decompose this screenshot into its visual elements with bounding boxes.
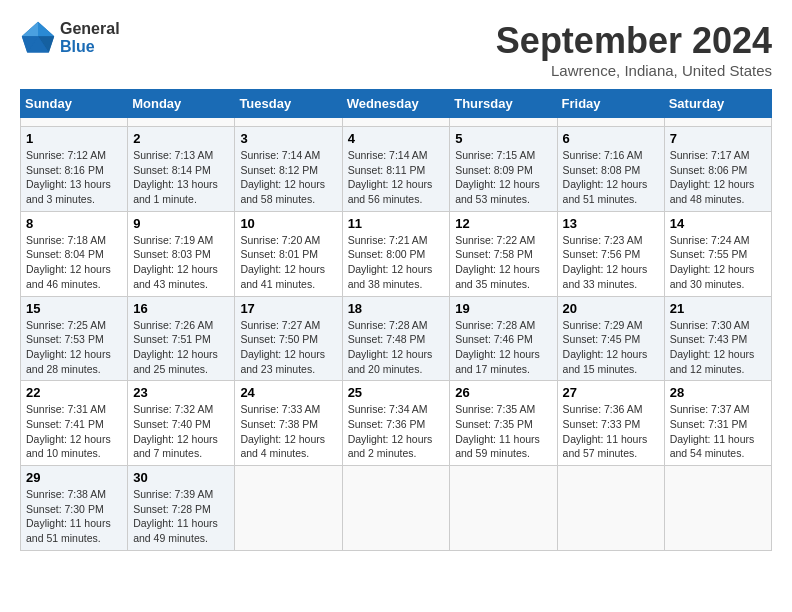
day-number: 10: [240, 216, 336, 231]
page-container: General Blue September 2024 Lawrence, In…: [20, 20, 772, 551]
day-info: Sunrise: 7:29 AMSunset: 7:45 PMDaylight:…: [563, 318, 659, 377]
calendar-cell: 22Sunrise: 7:31 AMSunset: 7:41 PMDayligh…: [21, 381, 128, 466]
week-row-5: 22Sunrise: 7:31 AMSunset: 7:41 PMDayligh…: [21, 381, 772, 466]
day-info: Sunrise: 7:24 AMSunset: 7:55 PMDaylight:…: [670, 233, 766, 292]
calendar-cell: 5Sunrise: 7:15 AMSunset: 8:09 PMDaylight…: [450, 127, 557, 212]
day-info: Sunrise: 7:20 AMSunset: 8:01 PMDaylight:…: [240, 233, 336, 292]
day-info: Sunrise: 7:30 AMSunset: 7:43 PMDaylight:…: [670, 318, 766, 377]
day-info: Sunrise: 7:33 AMSunset: 7:38 PMDaylight:…: [240, 402, 336, 461]
day-info: Sunrise: 7:12 AMSunset: 8:16 PMDaylight:…: [26, 148, 122, 207]
svg-marker-1: [38, 22, 54, 36]
day-info: Sunrise: 7:26 AMSunset: 7:51 PMDaylight:…: [133, 318, 229, 377]
calendar-cell: 3Sunrise: 7:14 AMSunset: 8:12 PMDaylight…: [235, 127, 342, 212]
day-number: 8: [26, 216, 122, 231]
day-info: Sunrise: 7:13 AMSunset: 8:14 PMDaylight:…: [133, 148, 229, 207]
calendar-cell: 28Sunrise: 7:37 AMSunset: 7:31 PMDayligh…: [664, 381, 771, 466]
week-row-4: 15Sunrise: 7:25 AMSunset: 7:53 PMDayligh…: [21, 296, 772, 381]
header: General Blue September 2024 Lawrence, In…: [20, 20, 772, 79]
day-info: Sunrise: 7:38 AMSunset: 7:30 PMDaylight:…: [26, 487, 122, 546]
day-number: 30: [133, 470, 229, 485]
calendar-cell: [342, 466, 450, 551]
calendar-cell: 4Sunrise: 7:14 AMSunset: 8:11 PMDaylight…: [342, 127, 450, 212]
calendar-cell: [557, 118, 664, 127]
day-info: Sunrise: 7:36 AMSunset: 7:33 PMDaylight:…: [563, 402, 659, 461]
day-info: Sunrise: 7:32 AMSunset: 7:40 PMDaylight:…: [133, 402, 229, 461]
calendar-cell: [450, 466, 557, 551]
calendar-cell: 23Sunrise: 7:32 AMSunset: 7:40 PMDayligh…: [128, 381, 235, 466]
day-info: Sunrise: 7:16 AMSunset: 8:08 PMDaylight:…: [563, 148, 659, 207]
calendar-cell: 10Sunrise: 7:20 AMSunset: 8:01 PMDayligh…: [235, 211, 342, 296]
day-info: Sunrise: 7:22 AMSunset: 7:58 PMDaylight:…: [455, 233, 551, 292]
day-number: 12: [455, 216, 551, 231]
calendar-cell: [557, 466, 664, 551]
day-info: Sunrise: 7:34 AMSunset: 7:36 PMDaylight:…: [348, 402, 445, 461]
col-sunday: Sunday: [21, 90, 128, 118]
week-row-1: [21, 118, 772, 127]
col-tuesday: Tuesday: [235, 90, 342, 118]
calendar-header-row: Sunday Monday Tuesday Wednesday Thursday…: [21, 90, 772, 118]
day-info: Sunrise: 7:21 AMSunset: 8:00 PMDaylight:…: [348, 233, 445, 292]
day-number: 28: [670, 385, 766, 400]
day-info: Sunrise: 7:31 AMSunset: 7:41 PMDaylight:…: [26, 402, 122, 461]
calendar-cell: 12Sunrise: 7:22 AMSunset: 7:58 PMDayligh…: [450, 211, 557, 296]
day-number: 9: [133, 216, 229, 231]
day-number: 6: [563, 131, 659, 146]
day-info: Sunrise: 7:23 AMSunset: 7:56 PMDaylight:…: [563, 233, 659, 292]
day-number: 2: [133, 131, 229, 146]
logo-text: General Blue: [60, 20, 120, 56]
calendar-cell: 13Sunrise: 7:23 AMSunset: 7:56 PMDayligh…: [557, 211, 664, 296]
day-number: 19: [455, 301, 551, 316]
day-number: 26: [455, 385, 551, 400]
calendar-cell: 19Sunrise: 7:28 AMSunset: 7:46 PMDayligh…: [450, 296, 557, 381]
day-info: Sunrise: 7:19 AMSunset: 8:03 PMDaylight:…: [133, 233, 229, 292]
location: Lawrence, Indiana, United States: [496, 62, 772, 79]
day-number: 1: [26, 131, 122, 146]
col-wednesday: Wednesday: [342, 90, 450, 118]
day-number: 15: [26, 301, 122, 316]
calendar-cell: 8Sunrise: 7:18 AMSunset: 8:04 PMDaylight…: [21, 211, 128, 296]
day-info: Sunrise: 7:14 AMSunset: 8:11 PMDaylight:…: [348, 148, 445, 207]
calendar-cell: 11Sunrise: 7:21 AMSunset: 8:00 PMDayligh…: [342, 211, 450, 296]
day-info: Sunrise: 7:28 AMSunset: 7:46 PMDaylight:…: [455, 318, 551, 377]
month-title: September 2024: [496, 20, 772, 62]
col-saturday: Saturday: [664, 90, 771, 118]
day-info: Sunrise: 7:14 AMSunset: 8:12 PMDaylight:…: [240, 148, 336, 207]
day-number: 27: [563, 385, 659, 400]
day-number: 21: [670, 301, 766, 316]
calendar-cell: 16Sunrise: 7:26 AMSunset: 7:51 PMDayligh…: [128, 296, 235, 381]
calendar-cell: 26Sunrise: 7:35 AMSunset: 7:35 PMDayligh…: [450, 381, 557, 466]
day-number: 13: [563, 216, 659, 231]
calendar-cell: 24Sunrise: 7:33 AMSunset: 7:38 PMDayligh…: [235, 381, 342, 466]
calendar-cell: 25Sunrise: 7:34 AMSunset: 7:36 PMDayligh…: [342, 381, 450, 466]
day-number: 25: [348, 385, 445, 400]
day-number: 22: [26, 385, 122, 400]
day-info: Sunrise: 7:27 AMSunset: 7:50 PMDaylight:…: [240, 318, 336, 377]
logo: General Blue: [20, 20, 120, 56]
col-thursday: Thursday: [450, 90, 557, 118]
day-info: Sunrise: 7:37 AMSunset: 7:31 PMDaylight:…: [670, 402, 766, 461]
day-number: 16: [133, 301, 229, 316]
week-row-3: 8Sunrise: 7:18 AMSunset: 8:04 PMDaylight…: [21, 211, 772, 296]
day-info: Sunrise: 7:35 AMSunset: 7:35 PMDaylight:…: [455, 402, 551, 461]
day-info: Sunrise: 7:15 AMSunset: 8:09 PMDaylight:…: [455, 148, 551, 207]
svg-marker-4: [22, 22, 38, 36]
calendar-cell: [664, 118, 771, 127]
calendar-cell: 9Sunrise: 7:19 AMSunset: 8:03 PMDaylight…: [128, 211, 235, 296]
day-number: 7: [670, 131, 766, 146]
logo-icon: [20, 20, 56, 56]
col-monday: Monday: [128, 90, 235, 118]
calendar-cell: [21, 118, 128, 127]
day-number: 24: [240, 385, 336, 400]
calendar-cell: 6Sunrise: 7:16 AMSunset: 8:08 PMDaylight…: [557, 127, 664, 212]
day-number: 18: [348, 301, 445, 316]
calendar-cell: 14Sunrise: 7:24 AMSunset: 7:55 PMDayligh…: [664, 211, 771, 296]
calendar-table: Sunday Monday Tuesday Wednesday Thursday…: [20, 89, 772, 551]
calendar-cell: 20Sunrise: 7:29 AMSunset: 7:45 PMDayligh…: [557, 296, 664, 381]
calendar-cell: 2Sunrise: 7:13 AMSunset: 8:14 PMDaylight…: [128, 127, 235, 212]
calendar-cell: 18Sunrise: 7:28 AMSunset: 7:48 PMDayligh…: [342, 296, 450, 381]
calendar-cell: 15Sunrise: 7:25 AMSunset: 7:53 PMDayligh…: [21, 296, 128, 381]
day-number: 4: [348, 131, 445, 146]
calendar-cell: [450, 118, 557, 127]
calendar-cell: 1Sunrise: 7:12 AMSunset: 8:16 PMDaylight…: [21, 127, 128, 212]
day-number: 5: [455, 131, 551, 146]
